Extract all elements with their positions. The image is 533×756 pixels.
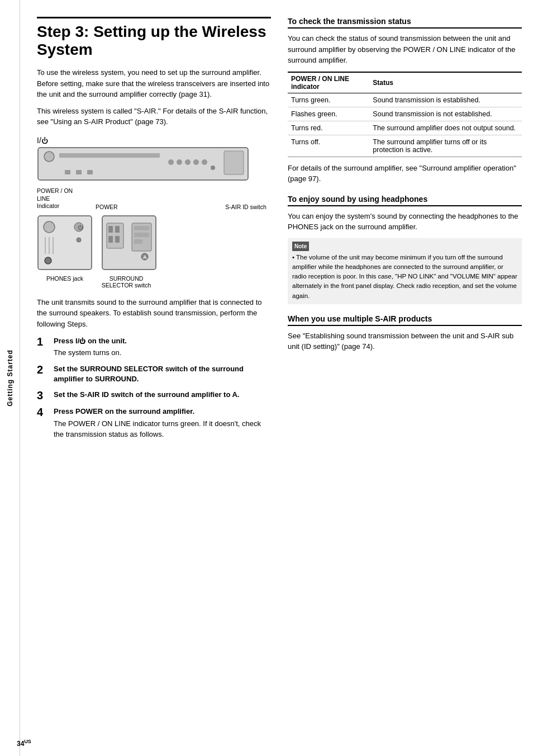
step-3-number: 3 — [37, 390, 49, 401]
left-column: Step 3: Setting up the Wireless System T… — [37, 17, 271, 739]
section2-body: You can enjoy the system's sound by conn… — [288, 211, 522, 233]
svg-point-21 — [45, 257, 51, 264]
section1-title: To check the transmission status — [288, 17, 522, 29]
phones-jack-label: PHONES jack — [37, 275, 93, 282]
left-device-diagram: ⏻ — [37, 215, 93, 271]
table-cell-status: Sound transmission is not established. — [369, 107, 522, 121]
steps-section: 1 Press I/⏻ on the unit. The system turn… — [37, 336, 271, 440]
table-cell-status: The surround amplifier does not output s… — [369, 121, 522, 135]
section2-title: To enjoy sound by using headphones — [288, 195, 522, 206]
step-4-body: The POWER / ON LINE indicator turns gree… — [54, 418, 271, 440]
section3-title: When you use multiple S-AIR products — [288, 314, 522, 326]
transmission-text: The unit transmits sound to the surround… — [37, 297, 271, 330]
svg-rect-26 — [108, 236, 113, 243]
table-cell-status: Sound transmission is established. — [369, 93, 522, 107]
sidebar: Getting Started — [0, 0, 20, 756]
page-number-value: 34 — [17, 740, 24, 748]
step-2-number: 2 — [37, 364, 49, 375]
svg-rect-0 — [38, 148, 248, 180]
intro-para-1: To use the wireless system, you need to … — [37, 67, 271, 100]
page-title: Step 3: Setting up the Wireless System — [37, 17, 271, 59]
table-row: Turns red.The surround amplifier does no… — [288, 121, 522, 135]
power-label: POWER — [96, 204, 126, 210]
svg-rect-25 — [115, 226, 120, 233]
power-icon: I/⏻ — [37, 136, 271, 145]
svg-rect-30 — [134, 233, 149, 237]
step-2: 2 Set the SURROUND SELECTOR switch of th… — [37, 364, 271, 384]
svg-rect-29 — [134, 226, 149, 230]
step-2-title: Set the SURROUND SELECTOR switch of the … — [54, 364, 271, 384]
note-label: Note — [292, 242, 309, 251]
step-4-title: Press POWER on the surround amplifier. — [54, 407, 271, 417]
section3-body: See "Establishing sound transmission bet… — [288, 330, 522, 352]
main-content: Step 3: Setting up the Wireless System T… — [20, 0, 533, 756]
right-device-diagram: A — [101, 215, 157, 271]
s-air-id-label: S-AIR ID switch — [221, 204, 271, 210]
step-3-content: Set the S-AIR ID switch of the surround … — [54, 390, 271, 400]
table-cell-indicator: Turns red. — [288, 121, 369, 135]
svg-rect-2 — [59, 153, 160, 158]
svg-rect-9 — [224, 151, 244, 174]
page-wrapper: Getting Started Step 3: Setting up the W… — [0, 0, 533, 756]
svg-text:⏻: ⏻ — [78, 225, 83, 230]
step-4: 4 Press POWER on the surround amplifier.… — [37, 407, 271, 440]
page-superscript: US — [24, 739, 31, 744]
svg-rect-24 — [108, 226, 113, 233]
table-cell-indicator: Flashes green. — [288, 107, 369, 121]
table-cell-indicator: Turns off. — [288, 135, 369, 157]
svg-point-7 — [202, 159, 207, 165]
step-3: 3 Set the S-AIR ID switch of the surroun… — [37, 390, 271, 401]
table-row: Turns off.The surround amplifier turns o… — [288, 135, 522, 157]
note-box: Note • The volume of the unit may become… — [288, 238, 522, 304]
main-unit-diagram — [37, 147, 249, 183]
svg-point-4 — [177, 159, 182, 165]
intro-para-2: This wireless system is called "S-AIR." … — [37, 106, 271, 127]
surround-selector-label: SURROUNDSELECTOR switch — [98, 275, 154, 289]
svg-rect-10 — [65, 170, 70, 174]
svg-rect-12 — [87, 170, 93, 174]
svg-rect-31 — [134, 239, 142, 244]
table-header-indicator: POWER / ON LINE indicator — [288, 72, 369, 93]
svg-point-3 — [168, 159, 174, 165]
page-number: 34US — [17, 739, 31, 748]
table-row: Flashes green.Sound transmission is not … — [288, 107, 522, 121]
svg-rect-11 — [76, 170, 82, 174]
step-3-title: Set the S-AIR ID switch of the surround … — [54, 390, 271, 400]
svg-text:A: A — [143, 254, 147, 260]
step-2-content: Set the SURROUND SELECTOR switch of the … — [54, 364, 271, 384]
svg-point-14 — [44, 221, 55, 233]
sidebar-label: Getting Started — [6, 349, 14, 407]
svg-point-8 — [211, 166, 215, 170]
table-header-status: Status — [369, 72, 522, 93]
step-4-content: Press POWER on the surround amplifier. T… — [54, 407, 271, 440]
svg-point-5 — [185, 159, 191, 165]
svg-point-20 — [77, 238, 81, 242]
diagram-area: I/⏻ — [37, 136, 271, 289]
note-text: • The volume of the unit may become mini… — [292, 253, 517, 301]
section1-body: You can check the status of sound transm… — [288, 33, 522, 66]
table-row: Turns green.Sound transmission is establ… — [288, 93, 522, 107]
step-1-title: Press I/⏻ on the unit. — [54, 336, 271, 346]
step-1-content: Press I/⏻ on the unit. The system turns … — [54, 336, 271, 358]
step-4-number: 4 — [37, 407, 49, 418]
status-table: POWER / ON LINE indicator Status Turns g… — [288, 72, 522, 157]
step-1: 1 Press I/⏻ on the unit. The system turn… — [37, 336, 271, 358]
right-column: To check the transmission status You can… — [288, 17, 522, 739]
step-1-body: The system turns on. — [54, 347, 271, 358]
small-diagrams: ⏻ — [37, 215, 271, 271]
table-cell-status: The surround amplifier turns off or its … — [369, 135, 522, 157]
power-on-line-label: POWER / ON LINEIndicator — [37, 187, 87, 210]
content-columns: Step 3: Setting up the Wireless System T… — [37, 17, 522, 739]
step-1-number: 1 — [37, 336, 49, 347]
table-cell-indicator: Turns green. — [288, 93, 369, 107]
svg-point-1 — [44, 152, 54, 162]
svg-point-6 — [193, 159, 199, 165]
section1-footer: For details of the surround amplifier, s… — [288, 163, 522, 185]
svg-rect-27 — [115, 236, 120, 243]
